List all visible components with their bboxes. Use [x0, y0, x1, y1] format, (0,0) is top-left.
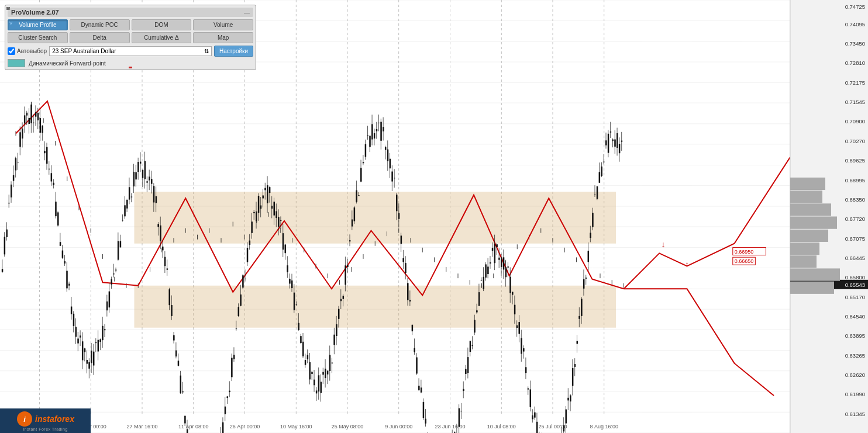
autoselect-label[interactable]: Автовыбор: [8, 47, 47, 55]
btn-delta[interactable]: Delta: [70, 32, 130, 43]
f-label: F: [6, 6, 9, 11]
btn-volume[interactable]: V Volume: [193, 19, 253, 30]
price-axis: [790, 0, 868, 433]
btn-volume-profile[interactable]: V Volume Profile: [8, 19, 68, 30]
buttons-row-2: B Cluster Search Delta M Cumulative Δ F …: [8, 32, 253, 43]
settings-row: Автовыбор 23 SEP Australian Dollar ⇅ Нас…: [8, 46, 253, 57]
dropdown-arrows[interactable]: ⇅: [204, 48, 209, 54]
panel-title-bar: ProVolume 2.07 —: [8, 8, 253, 17]
panel-title: ProVolume 2.07: [11, 9, 59, 16]
instaforex-icon: i: [16, 411, 33, 427]
panel-close-btn[interactable]: —: [244, 9, 250, 16]
buttons-row-1: V Volume Profile P Dynamic POC D DOM V V…: [8, 19, 253, 30]
svg-text:i: i: [23, 415, 26, 424]
settings-button[interactable]: Настройки: [214, 46, 253, 57]
logo-name: instaforex: [35, 414, 74, 424]
dynamic-fp-row: Динамический Forward-point: [8, 59, 253, 67]
btn-dynamic-poc[interactable]: P Dynamic POC: [70, 19, 130, 30]
provolume-panel: ProVolume 2.07 — V Volume Profile P Dyna…: [5, 5, 256, 70]
autoselect-checkbox[interactable]: [8, 47, 15, 55]
btn-cumulative-delta[interactable]: M Cumulative Δ: [132, 32, 192, 43]
v-label: V: [9, 20, 12, 26]
dynamic-color-box: [8, 59, 25, 67]
logo-subtitle: Instant Forex Trading: [23, 427, 68, 431]
btn-map[interactable]: F Map: [193, 32, 253, 43]
btn-cluster-search[interactable]: B Cluster Search: [8, 32, 68, 43]
instrument-select[interactable]: 23 SEP Australian Dollar ⇅: [49, 46, 212, 56]
logo: i instaforex Instant Forex Trading: [0, 408, 91, 433]
dynamic-fp-label: Динамический Forward-point: [29, 60, 106, 67]
btn-dom[interactable]: D DOM: [132, 19, 192, 30]
price-axis-canvas: [790, 0, 868, 433]
logo-top: i instaforex: [16, 411, 74, 427]
